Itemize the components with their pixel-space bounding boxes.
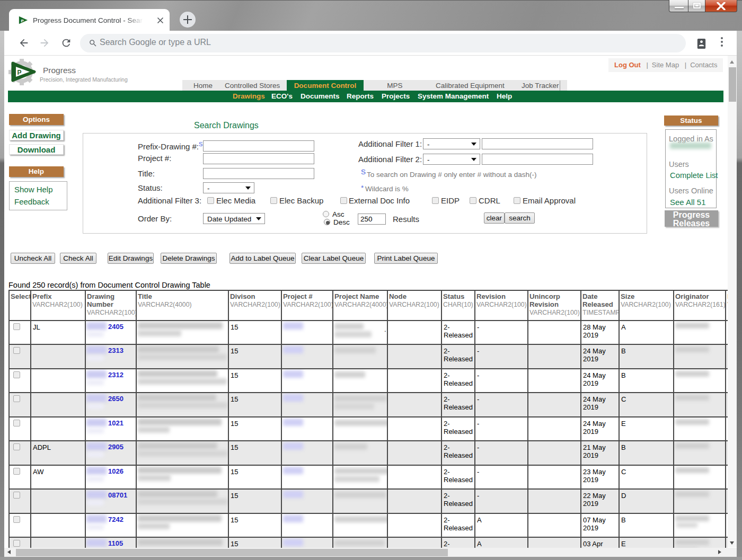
svg-text:P: P: [17, 69, 22, 76]
svg-text:P: P: [21, 19, 24, 23]
